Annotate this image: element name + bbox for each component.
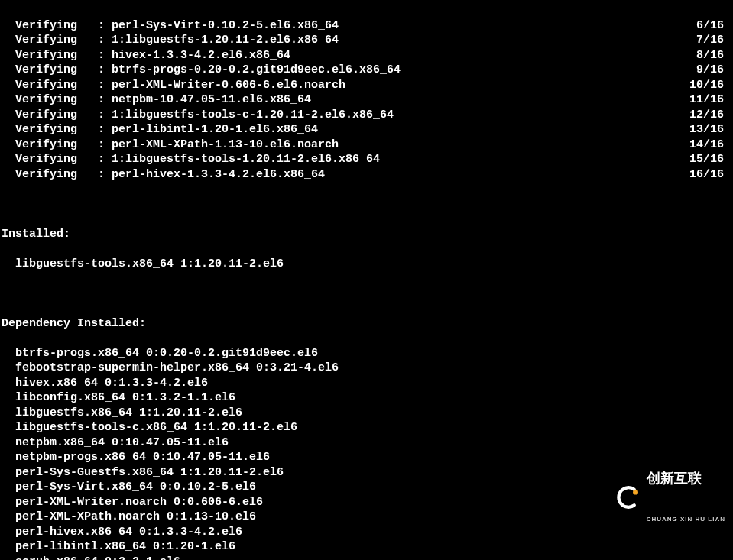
verify-line: Verifying : 1:libguestfs-tools-c-1.20.11… <box>2 108 733 123</box>
dep-installed-item: libguestfs.x86_64 1:1.20.11-2.el6 <box>2 406 733 421</box>
verify-line-package: Verifying : hivex-1.3.3-4.2.el6.x86_64 <box>2 48 290 63</box>
logo-main-text: 创新互联 <box>647 471 725 485</box>
dep-installed-item: hivex.x86_64 0:1.3.3-4.2.el6 <box>2 376 733 391</box>
verify-line-package: Verifying : perl-XML-Writer-0.606-6.el6.… <box>2 78 345 93</box>
verify-line-count: 13/16 <box>689 122 724 138</box>
dep-installed-item: scrub.x86_64 0:2.2-1.el6 <box>2 555 733 561</box>
dep-installed-item: febootstrap-supermin-helper.x86_64 0:3.2… <box>2 361 733 376</box>
verify-block: Verifying : perl-Sys-Virt-0.10.2-5.el6.x… <box>2 18 733 183</box>
verify-line-count: 15/16 <box>689 152 724 167</box>
verify-line: Verifying : perl-Sys-Virt-0.10.2-5.el6.x… <box>2 18 733 34</box>
verify-line-count: 16/16 <box>689 167 724 183</box>
verify-line-package: Verifying : perl-libintl-1.20-1.el6.x86_… <box>2 122 318 138</box>
verify-line-package: Verifying : perl-XML-XPath-1.13-10.el6.n… <box>2 138 339 153</box>
logo-sub-text: CHUANG XIN HU LIAN <box>647 516 725 523</box>
verify-line-count: 6/16 <box>696 18 724 34</box>
installed-list: libguestfs-tools.x86_64 1:1.20.11-2.el6 <box>2 257 733 272</box>
verify-line-count: 8/16 <box>696 48 724 63</box>
verify-line-package: Verifying : btrfs-progs-0.20-0.2.git91d9… <box>2 63 401 78</box>
verify-line-package: Verifying : 1:libguestfs-tools-c-1.20.11… <box>2 108 394 123</box>
installed-item: libguestfs-tools.x86_64 1:1.20.11-2.el6 <box>2 257 733 272</box>
verify-line-package: Verifying : netpbm-10.47.05-11.el6.x86_6… <box>2 92 311 108</box>
verify-line-count: 10/16 <box>689 78 724 93</box>
verify-line-count: 14/16 <box>689 138 724 153</box>
svg-point-0 <box>633 489 638 494</box>
terminal-output: Verifying : perl-Sys-Virt-0.10.2-5.el6.x… <box>0 0 733 560</box>
logo-c-icon <box>616 484 642 510</box>
verify-line-count: 11/16 <box>689 92 724 108</box>
watermark-logo: 创新互联 CHUANG XIN HU LIAN <box>616 442 725 552</box>
verify-line: Verifying : 1:libguestfs-tools-1.20.11-2… <box>2 152 733 167</box>
verify-line-package: Verifying : perl-Sys-Virt-0.10.2-5.el6.x… <box>2 18 339 34</box>
verify-line-package: Verifying : perl-hivex-1.3.3-4.2.el6.x86… <box>2 167 325 183</box>
verify-line: Verifying : perl-XML-Writer-0.606-6.el6.… <box>2 78 733 93</box>
verify-line: Verifying : perl-XML-XPath-1.13-10.el6.n… <box>2 138 733 153</box>
verify-line: Verifying : netpbm-10.47.05-11.el6.x86_6… <box>2 92 733 108</box>
verify-line-package: Verifying : 1:libguestfs-tools-1.20.11-2… <box>2 152 380 167</box>
logo-text: 创新互联 CHUANG XIN HU LIAN <box>647 442 725 552</box>
dep-installed-item: btrfs-progs.x86_64 0:0.20-0.2.git91d9eec… <box>2 346 733 361</box>
verify-line: Verifying : perl-hivex-1.3.3-4.2.el6.x86… <box>2 167 733 183</box>
verify-line-package: Verifying : 1:libguestfs-1.20.11-2.el6.x… <box>2 33 339 48</box>
verify-line-count: 7/16 <box>696 33 724 48</box>
verify-line: Verifying : 1:libguestfs-1.20.11-2.el6.x… <box>2 33 733 48</box>
blank-line <box>2 197 733 212</box>
verify-line: Verifying : hivex-1.3.3-4.2.el6.x86_648/… <box>2 48 733 63</box>
dep-installed-item: libguestfs-tools-c.x86_64 1:1.20.11-2.el… <box>2 420 733 435</box>
blank-line <box>2 286 733 302</box>
verify-line-count: 12/16 <box>689 108 724 123</box>
dep-installed-item: libconfig.x86_64 0:1.3.2-1.1.el6 <box>2 390 733 406</box>
verify-line: Verifying : perl-libintl-1.20-1.el6.x86_… <box>2 122 733 138</box>
dep-installed-header: Dependency Installed: <box>2 316 733 332</box>
installed-header: Installed: <box>2 227 733 242</box>
verify-line: Verifying : btrfs-progs-0.20-0.2.git91d9… <box>2 63 733 78</box>
verify-line-count: 9/16 <box>696 63 724 78</box>
